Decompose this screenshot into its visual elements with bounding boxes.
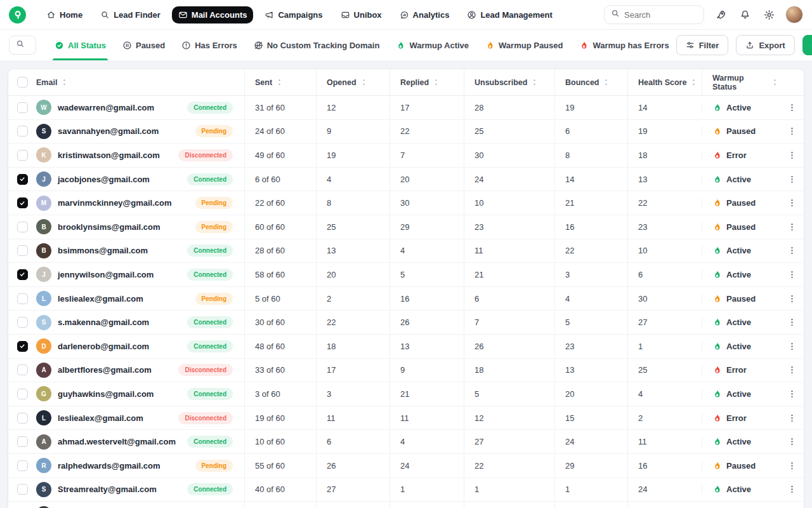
nav-item-home[interactable]: Home xyxy=(40,6,89,23)
nav-item-mail-accounts[interactable]: Mail Accounts xyxy=(172,6,254,23)
row-menu-kebab-icon[interactable] xyxy=(779,144,804,167)
table-row[interactable]: Rralphedwards@gmail.comPending55 of 6026… xyxy=(8,454,804,478)
add-new-button[interactable]: + Add New xyxy=(802,35,812,55)
opened-value: 6 xyxy=(316,430,390,453)
row-checkbox[interactable] xyxy=(17,245,28,256)
row-checkbox[interactable] xyxy=(17,341,28,352)
table-row[interactable]: Gguyhawkins@gmail.comConnected3 of 60321… xyxy=(8,382,804,406)
table-row[interactable]: Jjennywilson@gmail.comConnected58 of 602… xyxy=(8,263,804,287)
filter-tab-warmup-has-errors[interactable]: Warmup has Errors xyxy=(572,30,676,60)
table-row[interactable]: Aahmad.westervelt@gmail.comConnected10 o… xyxy=(8,430,804,454)
app-logo[interactable] xyxy=(9,6,26,23)
row-menu-kebab-icon[interactable] xyxy=(779,502,804,508)
table-row[interactable]: Wwadewarren@gmail.comConnected31 of 6012… xyxy=(8,96,804,120)
row-menu-kebab-icon[interactable] xyxy=(779,454,804,478)
nav-item-label: Analytics xyxy=(413,10,450,20)
row-checkbox[interactable] xyxy=(17,364,28,375)
notifications-bell-icon[interactable] xyxy=(737,7,752,22)
table-row[interactable]: Bbsimmons@gmail.comConnected28 of 601341… xyxy=(8,239,804,264)
row-menu-kebab-icon[interactable] xyxy=(779,191,804,215)
row-checkbox[interactable] xyxy=(17,197,28,208)
row-menu-kebab-icon[interactable] xyxy=(779,215,804,239)
status-filter-tabs: All StatusPausedHas ErrorsNo Custom Trac… xyxy=(48,30,676,60)
nav-item-lead-finder[interactable]: Lead Finder xyxy=(94,6,167,23)
column-header-opened[interactable]: Opened xyxy=(316,69,390,95)
row-checkbox[interactable] xyxy=(17,413,28,424)
warmup-status: Error xyxy=(702,413,779,423)
row-checkbox[interactable] xyxy=(17,174,28,185)
opened-value: 4 xyxy=(316,168,390,191)
table-row[interactable]: Llesliealex@gmail.comPending5 of 6021664… xyxy=(8,287,804,311)
export-button[interactable]: Export xyxy=(736,35,794,55)
table-row[interactable]: Jjacobjones@gmail.comConnected6 of 60420… xyxy=(8,168,804,192)
filter-tab-warmup-active[interactable]: Warmup Active xyxy=(389,30,476,60)
column-header-bounced[interactable]: Bounced xyxy=(554,69,627,95)
row-checkbox[interactable] xyxy=(17,436,28,447)
filter-tab-has-errors[interactable]: Has Errors xyxy=(174,30,244,60)
table-row[interactable]: Llesliealex@gmail.comDisconnected19 of 6… xyxy=(8,406,804,431)
table-row[interactable]: Bbrooklynsims@gmail.comPending60 of 6025… xyxy=(8,215,804,239)
row-menu-kebab-icon[interactable] xyxy=(779,406,804,430)
column-header-warmup-status[interactable]: Warmup Status xyxy=(702,69,779,95)
row-menu-kebab-icon[interactable] xyxy=(779,287,804,311)
filter-button[interactable]: Filter xyxy=(676,35,729,55)
row-checkbox[interactable] xyxy=(17,126,28,137)
column-header-sent[interactable]: Sent xyxy=(244,69,316,95)
row-checkbox[interactable] xyxy=(17,317,28,328)
table-row[interactable]: Mmarvinmckinney@gmail.comPending22 of 60… xyxy=(8,191,804,215)
row-checkbox[interactable] xyxy=(17,389,28,399)
table-row[interactable] xyxy=(8,502,804,508)
replied-value: 16 xyxy=(390,287,464,311)
nav-item-campaigns[interactable]: Campaigns xyxy=(258,6,329,23)
settings-gear-icon[interactable] xyxy=(761,7,776,22)
warmup-status: Active xyxy=(702,318,779,327)
table-row[interactable]: Ddarlenerob@gmail.comConnected48 of 6018… xyxy=(8,335,804,359)
table-row[interactable]: SStreamrealty@gmail.comConnected40 of 60… xyxy=(8,478,804,502)
column-header-unsubscribed[interactable]: Unsubscribed xyxy=(464,69,554,95)
table-row[interactable]: Ss.makenna@gmail.comConnected30 of 60222… xyxy=(8,311,804,335)
row-menu-kebab-icon[interactable] xyxy=(779,120,804,144)
row-menu-kebab-icon[interactable] xyxy=(779,311,804,334)
table-row[interactable]: Ssavannahyen@gmail.comPending24 of 60922… xyxy=(8,120,804,144)
nav-item-analytics[interactable]: Analytics xyxy=(393,6,456,23)
row-checkbox[interactable] xyxy=(17,269,28,280)
row-checkbox[interactable] xyxy=(17,222,28,232)
row-menu-kebab-icon[interactable] xyxy=(779,359,804,382)
replied-value xyxy=(390,502,464,508)
row-checkbox[interactable] xyxy=(17,293,28,304)
global-search-input[interactable] xyxy=(624,10,697,20)
filter-tab-warmup-paused[interactable]: Warmup Paused xyxy=(478,30,570,60)
row-checkbox[interactable] xyxy=(17,102,28,113)
nav-item-unibox[interactable]: Unibox xyxy=(334,6,388,23)
filter-tab-all-status[interactable]: All Status xyxy=(48,30,113,60)
row-menu-kebab-icon[interactable] xyxy=(779,335,804,358)
nav-item-label: Lead Management xyxy=(480,10,552,20)
table-row[interactable]: Kkristinwatson@gmail.comDisconnected49 o… xyxy=(8,144,804,168)
email-address: albertflores@gmail.com xyxy=(58,365,152,375)
accounts-search[interactable] xyxy=(9,36,36,55)
warmup-status: Active xyxy=(702,175,779,184)
table-row[interactable]: Aalbertflores@gmail.comDisconnected33 of… xyxy=(8,359,804,383)
select-all-checkbox[interactable] xyxy=(17,77,28,88)
row-menu-kebab-icon[interactable] xyxy=(779,168,804,191)
column-header-health-score[interactable]: Health Score xyxy=(627,69,702,95)
row-menu-kebab-icon[interactable] xyxy=(779,382,804,406)
row-checkbox[interactable] xyxy=(17,460,28,471)
row-menu-kebab-icon[interactable] xyxy=(779,239,804,263)
column-header-email[interactable]: Email xyxy=(36,69,244,95)
filter-tab-paused[interactable]: Paused xyxy=(115,30,172,60)
row-menu-kebab-icon[interactable] xyxy=(779,430,804,453)
nav-item-lead-management[interactable]: Lead Management xyxy=(461,6,558,23)
row-menu-kebab-icon[interactable] xyxy=(779,263,804,286)
inbox-icon xyxy=(341,10,350,20)
filter-tab-no-custom-tracking-domain[interactable]: No Custom Tracking Domain xyxy=(247,30,387,60)
user-avatar[interactable] xyxy=(785,6,803,23)
row-menu-kebab-icon[interactable] xyxy=(779,478,804,502)
global-search[interactable] xyxy=(604,5,704,24)
row-checkbox[interactable] xyxy=(17,484,28,495)
nav-item-label: Home xyxy=(60,10,82,20)
rocket-icon[interactable] xyxy=(713,7,728,22)
row-menu-kebab-icon[interactable] xyxy=(779,96,804,119)
column-header-replied[interactable]: Replied xyxy=(390,69,464,95)
row-checkbox[interactable] xyxy=(17,150,28,161)
